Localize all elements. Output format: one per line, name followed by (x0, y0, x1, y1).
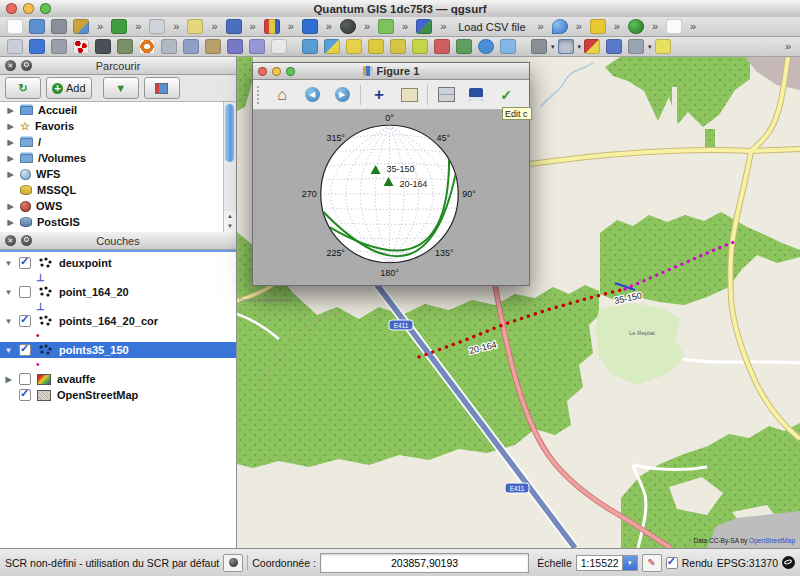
toolbar-overflow-icon[interactable]: » (402, 21, 408, 32)
refresh-map-icon[interactable] (478, 39, 494, 54)
zoom-in-icon[interactable] (346, 39, 362, 54)
labeling-icon[interactable] (590, 19, 606, 34)
water-drops-icon[interactable] (552, 19, 568, 34)
toolbar-overflow-icon[interactable]: » (440, 21, 446, 32)
coordinate-input[interactable] (320, 553, 529, 573)
csv-plugin-icon[interactable] (666, 19, 682, 34)
layer-row-avauffe[interactable]: ▶ avauffe (0, 371, 236, 387)
toolbar-overflow-icon[interactable]: » (211, 21, 217, 32)
delete-ring-icon[interactable] (139, 39, 155, 54)
zoom-to-layer-icon[interactable] (412, 39, 428, 54)
forward-icon[interactable]: ▶ (330, 84, 354, 106)
toolbar-overflow-icon[interactable]: » (785, 41, 791, 52)
layer-row-openstreetmap[interactable]: ✓ OpenStreetMap (0, 387, 236, 403)
toolbar-overflow-icon[interactable]: » (652, 21, 658, 32)
toolbar-overflow-icon[interactable]: » (614, 21, 620, 32)
figure-window[interactable]: Figure 1 ⌂ ◀ ▶ + ✓ (252, 62, 530, 286)
scroll-up-icon[interactable]: ▲ (224, 211, 236, 221)
expander-icon[interactable]: ▶ (6, 154, 15, 163)
expander-icon[interactable]: ▼ (4, 259, 13, 268)
toolbar-overflow-icon[interactable]: » (576, 21, 582, 32)
layer-checkbox[interactable] (19, 286, 31, 298)
plugin-globe-icon[interactable] (628, 19, 644, 34)
scale-dropdown-icon[interactable]: ▾ (622, 556, 637, 570)
expander-icon[interactable]: ▼ (4, 346, 13, 355)
toolbar-overflow-icon[interactable]: » (97, 21, 103, 32)
expander-icon[interactable]: ▶ (6, 122, 15, 131)
browser-item-postgis[interactable]: ▶ PostGIS (0, 214, 236, 230)
maptips-icon[interactable] (558, 39, 574, 54)
selection-dropdown-icon[interactable]: ▾ (551, 43, 555, 51)
filter-button[interactable]: ▼ (103, 77, 139, 99)
zoom-next-icon[interactable] (456, 39, 472, 54)
measure-dropdown-icon[interactable]: ▾ (648, 43, 652, 51)
save-project-icon[interactable] (51, 19, 67, 34)
expander-icon[interactable]: ▶ (6, 218, 15, 227)
blue-arrow-icon[interactable] (302, 19, 318, 34)
expander-icon[interactable]: ▶ (6, 170, 15, 179)
annotation-icon[interactable] (655, 39, 671, 54)
toggle-editing-icon[interactable] (29, 39, 45, 54)
save-figure-icon[interactable] (464, 84, 488, 106)
projection-status-icon[interactable] (782, 556, 795, 569)
render-checkbox[interactable]: ✓ (666, 557, 678, 569)
selection-tool-icon[interactable] (531, 39, 547, 54)
capture-point-icon[interactable] (73, 39, 89, 54)
pan-to-selection-icon[interactable] (324, 39, 340, 54)
layer-checkbox[interactable]: ✓ (19, 389, 31, 401)
browser-item-ows[interactable]: ▶ OWS (0, 198, 236, 214)
layer-row-point-164-20[interactable]: ▼ point_164_20 (0, 284, 236, 300)
polygon-layer-icon[interactable] (416, 19, 432, 34)
crs-status-icon[interactable] (223, 554, 243, 572)
browser-item-accueil[interactable]: ▶ Accueil (0, 102, 236, 118)
statistics-icon[interactable] (584, 39, 600, 54)
close-panel-icon[interactable]: ✕ (5, 60, 16, 71)
layer-checkbox[interactable] (19, 373, 31, 385)
float-panel-icon[interactable] (21, 235, 32, 246)
float-panel-icon[interactable] (21, 60, 32, 71)
browser-item-root[interactable]: ▶ / (0, 134, 236, 150)
close-panel-icon[interactable]: ✕ (5, 235, 16, 246)
toolbar-overflow-icon[interactable]: » (250, 21, 256, 32)
save-project-as-icon[interactable] (73, 19, 89, 34)
layer-checkbox[interactable]: ✓ (19, 344, 31, 356)
scrollbar-thumb[interactable] (225, 104, 234, 162)
histogram-icon[interactable] (264, 19, 280, 34)
browser-item-favoris[interactable]: ▶ ☆ Favoris (0, 118, 236, 134)
scale-combo[interactable]: 1:15522 ▾ (576, 555, 638, 571)
pan-icon[interactable]: + (367, 84, 391, 106)
add-layer-button[interactable]: + Add (46, 77, 92, 99)
figure-titlebar[interactable]: Figure 1 (253, 63, 529, 80)
scroll-down-icon[interactable]: ▼ (224, 221, 236, 231)
attribution-link[interactable]: OpenStreetMap (749, 537, 795, 545)
browser-item-mssql[interactable]: MSSQL (0, 182, 236, 198)
layer-row-points-164-20-cor[interactable]: ▼ ✓ points_164_20_cor (0, 313, 236, 329)
refresh-button[interactable]: ↻ (5, 77, 41, 99)
expander-icon[interactable]: ▼ (4, 288, 13, 297)
expander-icon[interactable]: ▼ (4, 317, 13, 326)
copy-features-icon[interactable] (183, 39, 199, 54)
home-icon[interactable]: ⌂ (270, 84, 294, 106)
toolbar-overflow-icon[interactable]: » (326, 21, 332, 32)
move-vertex-icon[interactable] (249, 39, 265, 54)
add-vector-layer-icon[interactable] (111, 19, 127, 34)
maptips-dropdown-icon[interactable]: ▾ (578, 43, 582, 51)
open-project-icon[interactable] (29, 19, 45, 34)
field-calculator-icon[interactable] (271, 39, 287, 54)
scale-edit-icon[interactable]: ✎ (642, 554, 662, 572)
toolbar-overflow-icon[interactable]: » (538, 21, 544, 32)
expander-icon[interactable]: ▶ (4, 375, 13, 384)
move-feature-icon[interactable] (95, 39, 111, 54)
zoom-rect-icon[interactable] (397, 84, 421, 106)
green-square-icon[interactable] (378, 19, 394, 34)
toolbar-overflow-icon[interactable]: » (364, 21, 370, 32)
new-project-icon[interactable] (7, 19, 23, 34)
dark-sphere-icon[interactable] (340, 19, 356, 34)
zoom-last-icon[interactable] (434, 39, 450, 54)
current-edits-icon[interactable] (7, 39, 23, 54)
save-edits-icon[interactable] (51, 39, 67, 54)
toolbar-overflow-icon[interactable]: » (173, 21, 179, 32)
scrollbar-arrows[interactable]: ▲ ▼ (223, 211, 236, 233)
toolbar-handle[interactable] (257, 86, 262, 104)
layer-checkbox[interactable]: ✓ (19, 315, 31, 327)
